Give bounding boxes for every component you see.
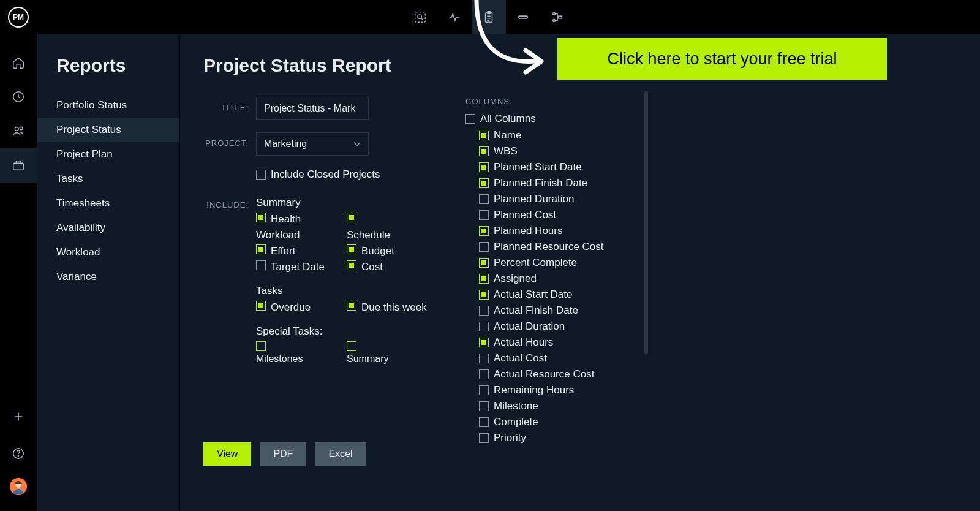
column-actual-finish-date[interactable]: Actual Finish Date	[479, 304, 604, 317]
svg-point-5	[553, 13, 556, 15]
include-overdue[interactable]: Overdue	[256, 301, 344, 314]
column-name[interactable]: Name	[479, 129, 604, 142]
logo-text: PM	[13, 13, 24, 21]
columns-scrollbar[interactable]	[644, 91, 648, 354]
clipboard-icon[interactable]	[472, 0, 506, 34]
topbar: PM	[0, 0, 980, 34]
include-closed-checkbox[interactable]: Include Closed Projects	[256, 168, 380, 181]
svg-rect-4	[519, 16, 528, 18]
left-rail	[0, 34, 37, 511]
label-include: INCLUDE:	[203, 194, 256, 210]
view-button[interactable]: View	[203, 442, 251, 466]
label-project: PROJECT:	[203, 132, 256, 148]
svg-rect-0	[415, 12, 426, 23]
column-planned-hours[interactable]: Planned Hours	[479, 224, 604, 238]
column-planned-cost[interactable]: Planned Cost	[479, 208, 604, 222]
main: Project Status Report TITLE: PROJECT: Ma…	[180, 34, 980, 511]
include-target-date[interactable]: Target Date	[256, 260, 344, 274]
column-priority[interactable]: Priority	[479, 431, 604, 445]
all-columns-checkbox[interactable]: All Columns	[466, 112, 536, 126]
free-trial-cta[interactable]: Click here to start your free trial	[557, 38, 887, 80]
avatar[interactable]	[0, 473, 37, 500]
include-cost[interactable]: Cost	[347, 260, 435, 274]
sidebar-item-tasks[interactable]: Tasks	[37, 167, 179, 191]
column-actual-hours[interactable]: Actual Hours	[479, 336, 604, 349]
column-planned-resource-cost[interactable]: Planned Resource Cost	[479, 240, 604, 254]
sidebar-item-availability[interactable]: Availability	[37, 216, 179, 240]
label-title: TITLE:	[203, 97, 256, 112]
column-assigned[interactable]: Assigned	[479, 272, 604, 286]
column-actual-start-date[interactable]: Actual Start Date	[479, 288, 604, 301]
include-blank[interactable]	[347, 213, 435, 226]
sidebar-item-portfolio-status[interactable]: Portfolio Status	[37, 93, 179, 118]
column-planned-start-date[interactable]: Planned Start Date	[479, 161, 604, 174]
section-summary: Summary	[256, 197, 436, 209]
column-actual-cost[interactable]: Actual Cost	[479, 352, 604, 365]
svg-point-1	[418, 15, 421, 18]
title-input[interactable]	[256, 97, 369, 120]
plus-icon[interactable]	[0, 399, 37, 434]
sidebar-item-workload[interactable]: Workload	[37, 240, 179, 265]
include-workload[interactable]: Workload	[256, 229, 344, 242]
pulse-icon[interactable]	[437, 0, 472, 34]
briefcase-icon[interactable]	[0, 148, 37, 183]
excel-button[interactable]: Excel	[315, 442, 366, 466]
svg-point-6	[553, 20, 556, 22]
include-schedule[interactable]: Schedule	[347, 229, 435, 242]
help-icon[interactable]	[0, 436, 37, 471]
include-effort[interactable]: Effort	[256, 244, 344, 258]
project-select[interactable]: Marketing	[256, 132, 369, 156]
svg-point-9	[15, 127, 18, 131]
sidebar: Reports Portfolio StatusProject StatusPr…	[37, 34, 180, 511]
column-actual-resource-cost[interactable]: Actual Resource Cost	[479, 368, 604, 381]
flow-icon[interactable]	[540, 0, 575, 34]
home-icon[interactable]	[0, 45, 37, 80]
column-planned-duration[interactable]: Planned Duration	[479, 192, 604, 206]
label-columns: COLUMNS:	[466, 97, 605, 106]
sidebar-item-project-plan[interactable]: Project Plan	[37, 142, 179, 167]
people-icon[interactable]	[0, 114, 37, 148]
column-planned-finish-date[interactable]: Planned Finish Date	[479, 176, 604, 190]
sidebar-item-variance[interactable]: Variance	[37, 265, 179, 289]
include-special-milestones[interactable]: Milestones	[256, 341, 345, 365]
column-remaining-hours[interactable]: Remaining Hours	[479, 384, 604, 397]
sidebar-item-project-status[interactable]: Project Status	[37, 118, 179, 142]
include-health[interactable]: Health	[256, 213, 344, 226]
svg-rect-7	[559, 16, 562, 18]
section-special: Special Tasks:	[256, 325, 436, 338]
search-icon[interactable]	[403, 0, 437, 34]
column-percent-complete[interactable]: Percent Complete	[479, 256, 604, 270]
clock-icon[interactable]	[0, 80, 37, 114]
svg-rect-11	[13, 163, 24, 170]
include-due-this-week[interactable]: Due this week	[347, 301, 435, 314]
section-tasks: Tasks	[256, 285, 436, 297]
include-special-summary[interactable]: Summary	[347, 341, 436, 365]
include-budget[interactable]: Budget	[347, 244, 435, 258]
svg-point-13	[18, 456, 18, 456]
sidebar-item-timesheets[interactable]: Timesheets	[37, 191, 179, 216]
chevron-down-icon	[353, 140, 361, 148]
sidebar-title: Reports	[37, 55, 179, 93]
logo[interactable]: PM	[0, 0, 37, 34]
link-icon[interactable]	[506, 0, 540, 34]
svg-point-10	[20, 127, 22, 129]
pdf-button[interactable]: PDF	[260, 442, 306, 466]
column-milestone[interactable]: Milestone	[479, 399, 604, 413]
column-wbs[interactable]: WBS	[479, 145, 604, 158]
column-complete[interactable]: Complete	[479, 415, 604, 429]
column-actual-duration[interactable]: Actual Duration	[479, 320, 604, 333]
